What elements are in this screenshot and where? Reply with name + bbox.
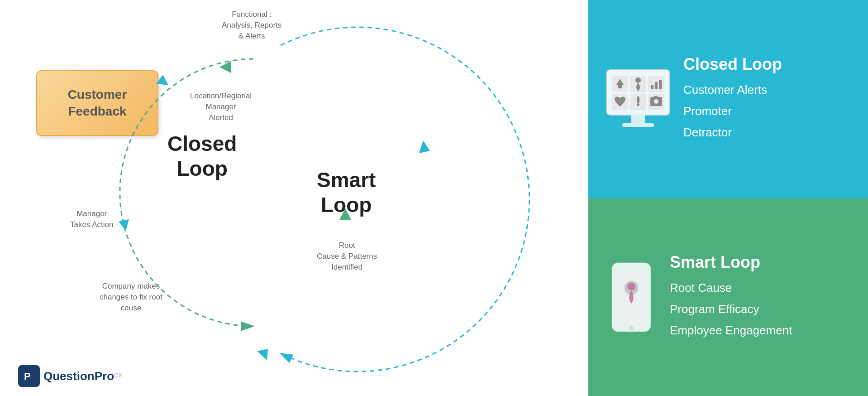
customer-feedback-label: Customer Feedback [68,87,127,120]
closed-loop-center-label: Closed Loop [167,131,237,181]
annotation-manager-action: Manager Takes Action [70,208,113,230]
logo-name: QuestionPro [43,369,114,383]
closed-loop-icon [602,63,674,135]
svg-marker-7 [257,349,268,360]
svg-rect-21 [655,82,658,89]
svg-text:P: P [24,371,31,382]
smart-loop-panel-title: Smart Loop [670,253,792,272]
closed-loop-item-2: Promoter [683,101,782,122]
svg-point-34 [629,326,633,330]
svg-point-29 [654,99,658,104]
smart-loop-item-3: Employee Engagement [670,320,792,341]
closed-loop-panel-text: Closed Loop Customer Alerts Promoter Det… [683,55,782,143]
annotation-company-changes: Company makes changes to fix root cause [100,281,162,313]
svg-point-36 [628,282,635,290]
smart-loop-center-label: Smart Loop [317,168,376,217]
diagram: Customer Feedback Closed Loop Smart Loop… [0,0,588,396]
closed-loop-item-3: Detractor [683,122,782,143]
svg-marker-3 [219,61,231,73]
annotation-functional: Functional : Analysis, Reports & Alerts [222,9,281,41]
closed-loop-panel-title: Closed Loop [683,55,782,74]
smart-loop-item-1: Root Cause [670,277,792,299]
svg-rect-22 [659,80,662,89]
annotation-root-cause: Root Cause & Patterns Identified [317,240,377,272]
svg-marker-6 [419,140,430,153]
smart-loop-item-2: Program Efficacy [670,299,792,320]
logo: P QuestionProCX [18,365,122,387]
svg-point-25 [637,103,639,106]
logo-suffix: CX [114,372,122,378]
smart-loop-icon [602,259,661,336]
annotation-location: Location/Regional Manager Alerted [190,91,252,123]
svg-rect-13 [631,115,645,123]
closed-loop-panel: Closed Loop Customer Alerts Promoter Det… [588,0,868,198]
svg-rect-20 [651,85,653,89]
svg-rect-14 [622,123,654,127]
closed-loop-item-1: Customer Alerts [683,79,782,101]
customer-feedback-box: Customer Feedback [36,70,158,136]
svg-rect-26 [637,97,639,103]
svg-rect-30 [654,96,658,98]
smart-loop-panel-items: Root Cause Program Efficacy Employee Eng… [670,277,792,341]
smart-loop-panel-text: Smart Loop Root Cause Program Efficacy E… [670,253,792,341]
svg-point-18 [635,77,641,83]
closed-loop-panel-items: Customer Alerts Promoter Detractor [683,79,782,143]
logo-icon: P [18,365,40,387]
smart-loop-panel: Smart Loop Root Cause Program Efficacy E… [588,198,868,396]
right-panels: Closed Loop Customer Alerts Promoter Det… [588,0,868,396]
svg-marker-8 [119,219,129,231]
diagram-arcs [0,0,588,396]
logo-text: QuestionProCX [43,369,122,383]
